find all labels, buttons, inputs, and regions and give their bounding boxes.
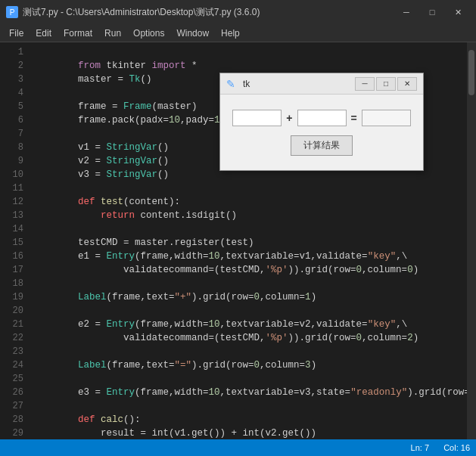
tk-equals-label: = <box>351 112 357 124</box>
code-line: def calc(): <box>33 399 461 413</box>
menu-edit[interactable]: Edit <box>30 26 58 40</box>
scrollbar-thumb[interactable] <box>468 50 474 95</box>
menu-bar: File Edit Format Run Options Window Help <box>0 24 476 42</box>
tk-input-v1[interactable] <box>232 110 282 126</box>
close-button[interactable]: ✕ <box>446 5 470 20</box>
code-line: Label(frame,text="=").grid(row=0,column=… <box>33 345 461 358</box>
menu-window[interactable]: Window <box>170 26 215 40</box>
ln-status: Ln: 7 <box>411 443 429 452</box>
tk-window-controls: ─ □ ✕ <box>355 77 417 91</box>
menu-file[interactable]: File <box>3 26 30 40</box>
tk-calc-button[interactable]: 计算结果 <box>291 135 353 156</box>
tk-calculator-row: + = <box>232 110 410 126</box>
vertical-scrollbar[interactable] <box>467 42 476 439</box>
app-icon: P <box>6 6 18 18</box>
tk-maximize-button[interactable]: □ <box>376 77 396 91</box>
minimize-button[interactable]: ─ <box>394 5 418 20</box>
tk-input-v3 <box>362 110 411 126</box>
tk-dialog-window: ✎ tk ─ □ ✕ + = 计算结果 <box>219 73 424 171</box>
main-window: P 测试7.py - C:\Users\Administrator\Deskto… <box>0 0 476 456</box>
tk-window-icon: ✎ <box>226 78 238 90</box>
menu-format[interactable]: Format <box>58 26 98 40</box>
code-line: def test(content): <box>33 181 461 195</box>
tk-title-bar: ✎ tk ─ □ ✕ <box>220 73 423 95</box>
code-line: Label(frame,text="+").grid(row=0,column=… <box>33 277 461 290</box>
code-line: e2 = Entry(frame,width=10,textvariable=v… <box>33 304 461 318</box>
line-numbers: 1 2 3 4 5 6 7 8 9 10 11 12 13 14 15 16 1… <box>0 42 26 439</box>
window-title: 测试7.py - C:\Users\Administrator\Desktop\… <box>23 6 394 19</box>
tk-close-button[interactable]: ✕ <box>397 77 417 91</box>
window-controls: ─ □ ✕ <box>394 5 470 20</box>
tk-content: + = 计算结果 <box>220 95 423 170</box>
editor-area: 1 2 3 4 5 6 7 8 9 10 11 12 13 14 15 16 1… <box>0 42 476 439</box>
col-status: Col: 16 <box>443 443 470 452</box>
tk-input-v2[interactable] <box>297 110 347 126</box>
menu-run[interactable]: Run <box>98 26 127 40</box>
tk-minimize-button[interactable]: ─ <box>355 77 375 91</box>
menu-help[interactable]: Help <box>215 26 246 40</box>
tk-window-title: tk <box>243 79 355 89</box>
title-bar: P 测试7.py - C:\Users\Administrator\Deskto… <box>0 0 476 24</box>
code-line: e3 = Entry(frame,width=10,textvariable=v… <box>33 372 461 386</box>
menu-options[interactable]: Options <box>127 26 170 40</box>
tk-plus-label: + <box>286 112 292 124</box>
maximize-button[interactable]: □ <box>420 5 444 20</box>
code-line: from tkinter import * <box>33 45 461 59</box>
code-line: testCMD = master.register(test) <box>33 222 461 236</box>
status-bar: Ln: 7 Col: 16 <box>0 439 476 456</box>
